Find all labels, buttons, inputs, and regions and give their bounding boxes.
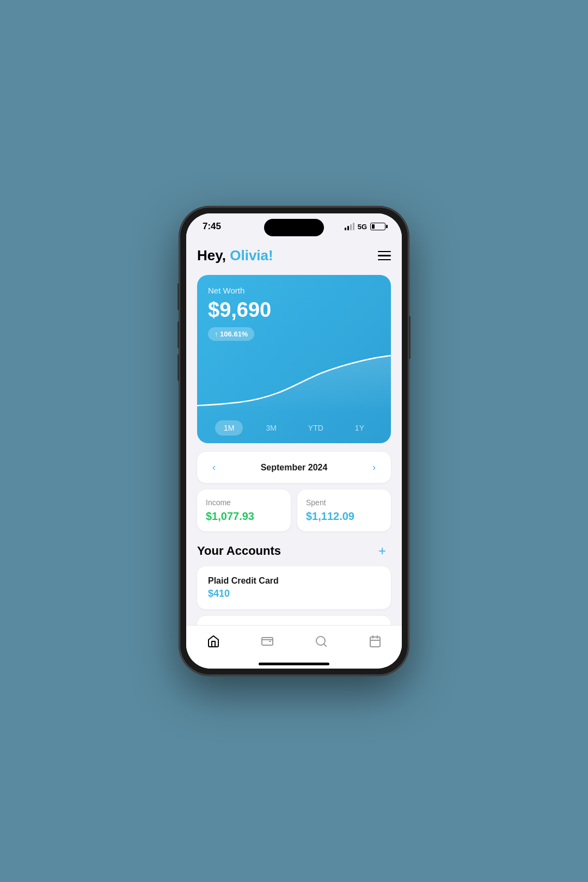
- nav-item-search[interactable]: [305, 632, 337, 651]
- app-header: Hey, Olivia!: [197, 242, 391, 275]
- net-worth-chart: [197, 348, 391, 414]
- status-right: 5G: [345, 223, 385, 231]
- home-indicator: [259, 663, 329, 665]
- account-balance-credit: $410: [208, 588, 380, 599]
- wallet-icon: [260, 634, 274, 648]
- nav-item-home[interactable]: [198, 632, 229, 651]
- net-worth-change-value: ↑ 106.61%: [215, 330, 248, 338]
- status-bar: 7:45 5G: [186, 213, 402, 236]
- spent-label: Spent: [306, 498, 382, 507]
- current-month-label: September 2024: [261, 463, 328, 473]
- net-worth-card: Net Worth $9,690 ↑ 106.61%: [197, 275, 391, 443]
- accounts-section-title: Your Accounts: [197, 544, 281, 558]
- time-selector: 1M 3M YTD 1Y: [208, 414, 380, 443]
- prev-month-button[interactable]: ‹: [208, 460, 220, 475]
- app-content: Hey, Olivia! Net Worth $9,690 ↑ 106.61%: [186, 236, 402, 625]
- scroll-content[interactable]: Hey, Olivia! Net Worth $9,690 ↑ 106.61%: [186, 236, 402, 625]
- greeting-text: Hey, Olivia!: [197, 247, 273, 264]
- phone-screen: 7:45 5G: [186, 213, 402, 669]
- month-navigator: ‹ September 2024 ›: [197, 452, 391, 483]
- add-account-button[interactable]: +: [373, 542, 391, 560]
- spent-amount: $1,112.09: [306, 510, 382, 523]
- time-period-1m[interactable]: 1M: [215, 420, 243, 436]
- income-amount: $1,077.93: [206, 510, 282, 523]
- chart-svg: [197, 348, 391, 414]
- net-worth-change-badge: ↑ 106.61%: [208, 327, 254, 341]
- svg-rect-3: [370, 637, 380, 647]
- calendar-icon: [368, 634, 382, 648]
- signal-bar-1: [345, 228, 346, 230]
- net-worth-label: Net Worth: [208, 286, 380, 295]
- stats-row: Income $1,077.93 Spent $1,112.09: [197, 489, 391, 531]
- search-icon: [314, 634, 328, 648]
- menu-line-1: [378, 251, 391, 253]
- dynamic-island: [264, 219, 324, 236]
- nav-item-calendar[interactable]: [359, 632, 391, 651]
- signal-bars: [345, 223, 354, 230]
- income-label: Income: [206, 498, 282, 507]
- next-month-button[interactable]: ›: [368, 460, 380, 475]
- account-card-credit[interactable]: Plaid Credit Card $410: [197, 566, 391, 609]
- phone-frame: 7:45 5G: [180, 207, 408, 675]
- battery: [370, 223, 385, 230]
- nav-item-wallet[interactable]: [252, 632, 283, 651]
- time-period-ytd[interactable]: YTD: [299, 420, 332, 436]
- battery-fill: [372, 224, 375, 229]
- menu-line-3: [378, 259, 391, 261]
- signal-bar-4: [353, 223, 354, 230]
- account-name-credit: Plaid Credit Card: [208, 576, 380, 586]
- income-card[interactable]: Income $1,077.93: [197, 489, 291, 531]
- signal-bar-2: [347, 226, 349, 230]
- bottom-safe-area: [186, 625, 402, 669]
- status-time: 7:45: [203, 221, 221, 232]
- network-label: 5G: [358, 223, 367, 231]
- account-card-checking[interactable]: Plaid Checking $100: [197, 616, 391, 625]
- time-period-1y[interactable]: 1Y: [346, 420, 373, 436]
- home-icon: [206, 634, 220, 648]
- battery-body: [370, 223, 385, 230]
- menu-line-2: [378, 255, 391, 256]
- bottom-navigation: [186, 625, 402, 661]
- accounts-section-header: Your Accounts +: [197, 542, 391, 560]
- net-worth-amount: $9,690: [208, 298, 380, 322]
- time-period-3m[interactable]: 3M: [257, 420, 285, 436]
- greeting-name: Olivia!: [226, 247, 273, 264]
- svg-line-2: [323, 644, 326, 646]
- spent-card[interactable]: Spent $1,112.09: [297, 489, 391, 531]
- greeting-prefix: Hey,: [197, 247, 226, 264]
- menu-button[interactable]: [378, 251, 391, 261]
- signal-bar-3: [350, 224, 352, 230]
